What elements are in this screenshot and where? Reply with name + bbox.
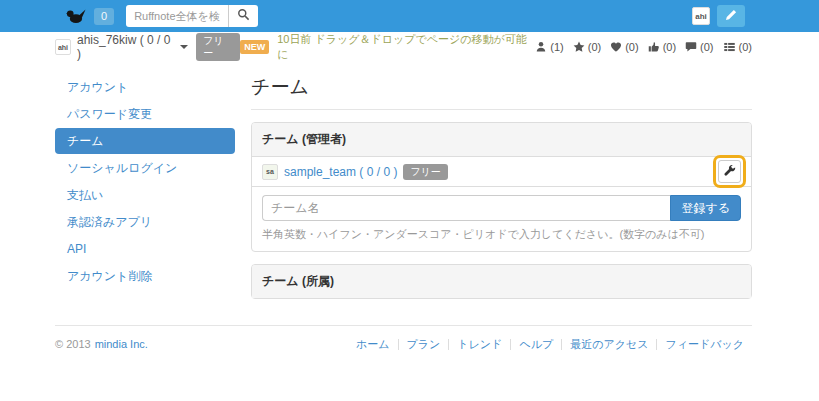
topbar-avatar[interactable]: ahi bbox=[692, 7, 710, 25]
sidebar-item-account[interactable]: アカウント bbox=[55, 74, 235, 100]
footer-link-help[interactable]: ヘルプ bbox=[510, 339, 561, 350]
pages-count[interactable]: (0) bbox=[723, 41, 752, 53]
new-badge: NEW bbox=[240, 40, 269, 54]
sidebar-item-team[interactable]: チーム bbox=[55, 128, 235, 154]
stats-row: (1) (0) (0) bbox=[535, 41, 752, 53]
user-strip: ahi ahis_76kiw ( 0 / 0 ) フリー NEW 10日前 ドラ… bbox=[0, 32, 819, 62]
team-name-input[interactable] bbox=[262, 195, 670, 221]
team-settings-button[interactable] bbox=[718, 160, 741, 183]
team-member-panel: チーム (所属) bbox=[251, 264, 752, 299]
likes-count[interactable]: (0) bbox=[610, 41, 638, 53]
team-row: sa sample_team ( 0 / 0 ) フリー bbox=[252, 157, 751, 186]
wrench-icon bbox=[723, 164, 736, 180]
search-input[interactable] bbox=[126, 5, 228, 27]
footer-link-feedback[interactable]: フィードバック bbox=[656, 339, 752, 350]
footer-link-recent-access[interactable]: 最近のアクセス bbox=[561, 339, 656, 350]
comments-count[interactable]: (0) bbox=[685, 41, 713, 53]
team-plan-badge: フリー bbox=[403, 164, 447, 180]
heart-icon bbox=[610, 41, 622, 53]
new-note-button[interactable] bbox=[717, 5, 745, 27]
footer-link-trend[interactable]: トレンド bbox=[448, 339, 510, 350]
copyright-year: © 2013 bbox=[55, 338, 91, 350]
search-button[interactable] bbox=[228, 5, 258, 27]
sidebar-item-approved-apps[interactable]: 承認済みアプリ bbox=[55, 209, 235, 235]
news-link[interactable]: 10日前 ドラッグ＆ドロップでページの移動が可能に bbox=[277, 32, 527, 62]
members-count[interactable]: (1) bbox=[535, 41, 563, 53]
stars-count[interactable]: (0) bbox=[573, 41, 601, 53]
thumbsup-count[interactable]: (0) bbox=[648, 41, 676, 53]
footer: © 2013mindia Inc. ホーム プラン トレンド ヘルプ 最近のアク… bbox=[55, 325, 752, 350]
main-panel: チーム チーム (管理者) sa sample_team ( 0 / 0 ) フ… bbox=[251, 72, 752, 299]
site-search bbox=[126, 5, 258, 27]
sidebar-item-delete-account[interactable]: アカウント削除 bbox=[55, 263, 235, 289]
footer-links: ホーム プラン トレンド ヘルプ 最近のアクセス フィードバック bbox=[348, 339, 752, 350]
team-admin-panel: チーム (管理者) sa sample_team ( 0 / 0 ) フリー bbox=[251, 122, 752, 252]
register-button[interactable]: 登録する bbox=[670, 195, 741, 221]
team-member-panel-title: チーム (所属) bbox=[252, 265, 751, 298]
comment-icon bbox=[685, 41, 697, 53]
team-name-link[interactable]: sample_team ( 0 / 0 ) bbox=[284, 165, 397, 179]
create-team-form: 登録する 半角英数・ハイフン・アンダースコア・ピリオドで入力してください。(数字… bbox=[252, 186, 751, 251]
notification-badge[interactable]: 0 bbox=[94, 8, 114, 25]
team-admin-panel-title: チーム (管理者) bbox=[252, 123, 751, 157]
settings-sidebar: アカウント パスワード変更 チーム ソーシャルログイン 支払い 承認済みアプリ … bbox=[55, 72, 235, 299]
star-icon bbox=[573, 41, 585, 53]
username-dropdown[interactable]: ahis_76kiw ( 0 / 0 ) bbox=[77, 33, 188, 61]
user-avatar[interactable]: ahi bbox=[55, 39, 71, 55]
thumbsup-icon bbox=[648, 41, 660, 53]
content-area: アカウント パスワード変更 チーム ソーシャルログイン 支払い 承認済みアプリ … bbox=[0, 62, 819, 299]
plan-badge: フリー bbox=[196, 33, 240, 61]
member-icon bbox=[535, 41, 547, 53]
copyright: © 2013mindia Inc. bbox=[55, 338, 148, 350]
team-name-help-text: 半角英数・ハイフン・アンダースコア・ピリオドで入力してください。(数字のみは不可… bbox=[262, 227, 741, 242]
bird-logo-icon[interactable] bbox=[65, 7, 86, 25]
chevron-down-icon bbox=[180, 45, 188, 49]
company-link[interactable]: mindia Inc. bbox=[95, 338, 148, 350]
username-label: ahis_76kiw ( 0 / 0 ) bbox=[77, 33, 175, 61]
list-icon bbox=[723, 41, 736, 53]
search-icon bbox=[237, 8, 250, 24]
team-avatar: sa bbox=[262, 164, 278, 180]
footer-link-home[interactable]: ホーム bbox=[348, 339, 398, 350]
sidebar-item-password[interactable]: パスワード変更 bbox=[55, 101, 235, 127]
sidebar-item-payment[interactable]: 支払い bbox=[55, 182, 235, 208]
topbar: 0 ahi bbox=[0, 0, 819, 32]
footer-link-plan[interactable]: プラン bbox=[398, 339, 449, 350]
pencil-icon bbox=[725, 9, 737, 24]
sidebar-item-api[interactable]: API bbox=[55, 236, 235, 262]
page-title: チーム bbox=[251, 72, 752, 110]
sidebar-item-social-login[interactable]: ソーシャルログイン bbox=[55, 155, 235, 181]
